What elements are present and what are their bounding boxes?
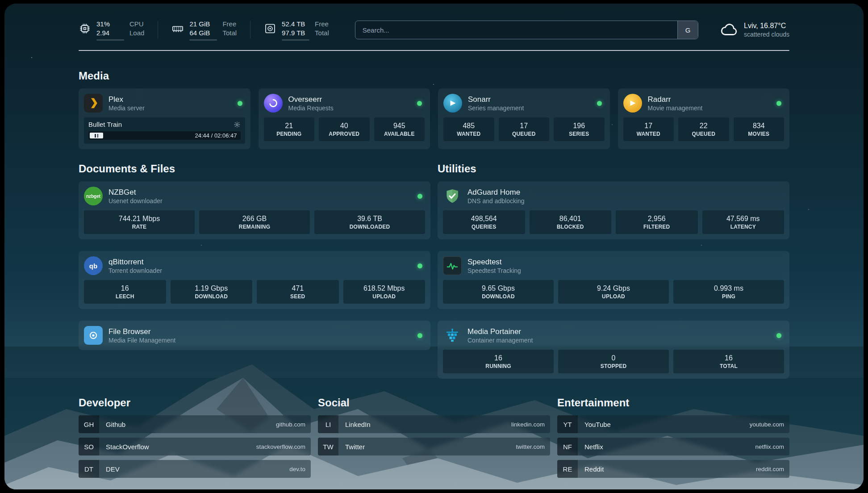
- adguard-icon: [443, 187, 462, 205]
- bookmark-youtube[interactable]: YT YouTube youtube.com: [557, 415, 789, 433]
- bookmark-name: StackOverflow: [106, 443, 149, 451]
- search-provider-button[interactable]: G: [677, 21, 698, 39]
- status-dot: [417, 194, 422, 199]
- bookmark-reddit[interactable]: RE Reddit reddit.com: [557, 460, 789, 478]
- service-name: Speedtest: [467, 257, 521, 267]
- memory-bar: [189, 39, 217, 41]
- header-divider: [158, 21, 158, 39]
- playback-time: 24:44 / 02:06:47: [195, 131, 237, 140]
- service-link-radarr[interactable]: Radarr Movie management: [623, 94, 785, 113]
- status-dot: [417, 263, 422, 268]
- search-input[interactable]: [355, 21, 677, 39]
- bookmark-abbr: NF: [557, 438, 578, 455]
- section-title-media: Media: [79, 70, 789, 82]
- bookmark-dev[interactable]: DT DEV dev.to: [79, 460, 311, 478]
- radarr-icon: [623, 94, 642, 113]
- stat-leech: 16 LEECH: [84, 280, 166, 304]
- bookmark-name: YouTube: [584, 421, 611, 428]
- now-playing-title: Bullet Train: [88, 121, 122, 128]
- stat-upload: 618.52 Mbps UPLOAD: [343, 280, 426, 304]
- cpu-load-label: Load: [129, 29, 144, 37]
- cloud-icon: [720, 21, 739, 39]
- service-name: NZBGet: [108, 188, 163, 197]
- stat-series: 196 SERIES: [554, 117, 605, 141]
- bookmark-abbr: RE: [557, 460, 578, 478]
- service-card-speedtest: Speedtest Speedtest Tracking 9.65 Gbps D…: [438, 251, 789, 309]
- search-bar[interactable]: G: [355, 21, 698, 39]
- service-desc: Movie management: [648, 104, 703, 112]
- service-name: Media Portainer: [467, 327, 533, 336]
- bookmark-group-title: Social: [318, 397, 550, 409]
- service-link-portainer[interactable]: Media Portainer Container management: [443, 326, 784, 345]
- bookmark-href: dev.to: [289, 466, 305, 472]
- bookmark-linkedin[interactable]: LI LinkedIn linkedin.com: [318, 415, 550, 433]
- memory-resource-widget: 21 GiB Free 64 GiB Total: [171, 20, 237, 41]
- stat-queries: 498,564 QUERIES: [443, 210, 525, 234]
- service-desc: Usenet downloader: [108, 197, 163, 205]
- bookmark-github[interactable]: GH Github github.com: [79, 415, 311, 433]
- cpu-icon: [79, 22, 91, 35]
- service-desc: Media server: [108, 104, 145, 112]
- bookmark-href: netflix.com: [755, 443, 784, 450]
- weather-widget: Lviv, 16.87°C scattered clouds: [720, 21, 789, 39]
- status-dot: [417, 101, 422, 106]
- bookmark-href: github.com: [276, 421, 305, 428]
- dashboard-window: 31% CPU 2.94 Load 21 GiB Free 64 GiB: [4, 4, 864, 489]
- bookmark-name: DEV: [106, 465, 120, 473]
- stat-remaining: 266 GB REMAINING: [199, 210, 310, 234]
- stat-queued: 17 QUEUED: [499, 117, 550, 141]
- bookmark-href: stackoverflow.com: [256, 443, 305, 450]
- disk-resource-widget: 52.4 TB Free 97.9 TB Total: [264, 20, 329, 41]
- service-link-plex[interactable]: Plex Media server: [84, 94, 245, 113]
- header-divider: [250, 21, 250, 39]
- gear-icon[interactable]: [234, 121, 241, 128]
- weather-location: Lviv, 16.87°C: [744, 21, 789, 30]
- bookmark-netflix[interactable]: NF Netflix netflix.com: [557, 438, 789, 455]
- status-dot: [776, 333, 781, 338]
- bookmark-stackoverflow[interactable]: SO StackOverflow stackoverflow.com: [79, 438, 311, 455]
- status-dot: [776, 101, 781, 106]
- service-card-sonarr: Sonarr Series management 485 WANTED 17 Q…: [438, 88, 610, 149]
- bookmark-name: LinkedIn: [345, 421, 371, 428]
- service-link-adguard[interactable]: AdGuard Home DNS and adblocking: [443, 187, 784, 205]
- bookmark-name: Reddit: [584, 465, 604, 473]
- disk-icon: [264, 22, 276, 35]
- service-link-filebrowser[interactable]: File Browser Media File Management: [84, 326, 425, 345]
- bookmark-href: linkedin.com: [511, 421, 545, 428]
- bookmark-abbr: DT: [79, 460, 99, 478]
- service-link-sonarr[interactable]: Sonarr Series management: [443, 94, 605, 113]
- sonarr-icon: [443, 94, 462, 113]
- service-link-qbittorrent[interactable]: qb qBittorrent Torrent downloader: [84, 256, 425, 275]
- bookmark-abbr: GH: [79, 415, 99, 433]
- plex-now-playing: Bullet Train 24:44 / 02:06:47: [84, 117, 245, 144]
- service-name: File Browser: [108, 327, 175, 336]
- stat-blocked: 86,401 BLOCKED: [530, 210, 612, 234]
- bookmark-abbr: LI: [318, 415, 338, 433]
- weather-condition: scattered clouds: [744, 30, 789, 38]
- cpu-load-value: 2.94: [96, 29, 124, 37]
- stat-seed: 471 SEED: [257, 280, 339, 304]
- stat-queued: 22 QUEUED: [678, 117, 729, 141]
- status-dot: [238, 101, 242, 106]
- playback-progress-bar: 24:44 / 02:06:47: [88, 131, 241, 140]
- service-link-nzbget[interactable]: nzbget NZBGet Usenet downloader: [84, 187, 425, 205]
- disk-total-value: 97.9 TB: [282, 29, 309, 37]
- service-name: Radarr: [648, 95, 703, 104]
- cpu-bar: [96, 39, 124, 41]
- service-card-filebrowser: File Browser Media File Management: [79, 321, 430, 350]
- stat-download: 9.65 Gbps DOWNLOAD: [443, 280, 554, 304]
- service-name: Sonarr: [468, 95, 524, 104]
- bookmark-twitter[interactable]: TW Twitter twitter.com: [318, 438, 550, 455]
- status-dot: [597, 101, 602, 106]
- service-link-speedtest[interactable]: Speedtest Speedtest Tracking: [443, 256, 784, 275]
- bookmark-abbr: SO: [79, 438, 99, 455]
- status-dot: [417, 333, 422, 338]
- stat-rate: 744.21 Mbps RATE: [84, 210, 195, 234]
- memory-free-value: 21 GiB: [189, 20, 217, 28]
- section-title-utilities: Utilities: [438, 163, 789, 175]
- portainer-icon: [443, 326, 462, 345]
- stat-wanted: 485 WANTED: [443, 117, 494, 141]
- service-desc: Series management: [468, 104, 524, 112]
- service-desc: Media File Management: [108, 336, 175, 344]
- service-link-overseerr[interactable]: Overseerr Media Requests: [264, 94, 425, 113]
